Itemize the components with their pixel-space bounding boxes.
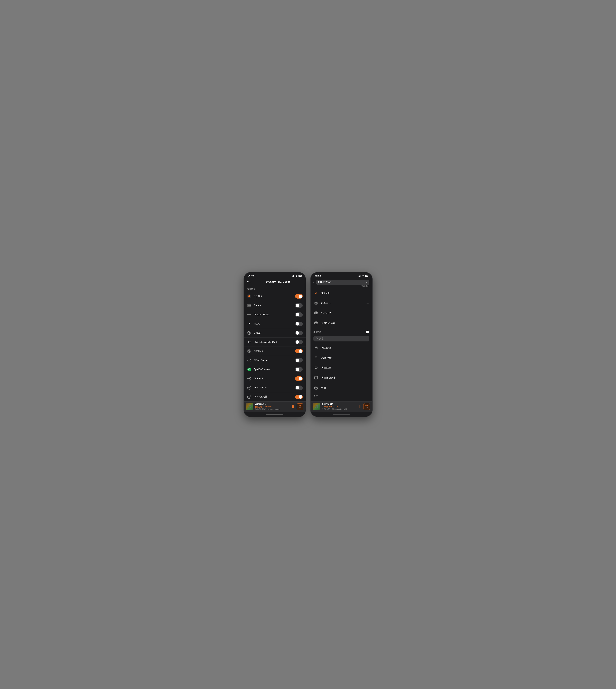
amazon-music-label: Amazon Music [254,313,295,316]
svg-rect-2 [293,275,293,276]
tidal-connect-toggle[interactable] [295,358,303,362]
right-dlna-item[interactable]: DLNA 渲染器 [310,318,372,328]
airplay2-toggle[interactable] [295,376,303,381]
right-pause-button[interactable]: ⏸ [358,404,361,409]
roon-ready-toggle[interactable] [295,385,303,390]
search-bar[interactable]: 搜索 [313,336,369,341]
right-qq-music-icon [313,291,318,296]
qobuz-item[interactable]: Qobuz [244,328,306,337]
album-label: 专辑 [321,386,366,390]
qobuz-toggle[interactable] [295,331,303,335]
phones-container: 06:57 67 ≡ [244,272,373,417]
settings-section-header: 设置 [310,393,372,399]
right-status-bar: 06:52 68 [310,272,372,279]
roon-ready-icon [247,385,252,390]
dlna-item[interactable]: DLNA 渲染器 [244,392,306,401]
album-item[interactable]: 专辑 ··· [310,383,372,393]
search-placeholder: 搜索 [319,337,324,340]
svg-point-23 [247,377,251,380]
qq-music-toggle[interactable] [295,294,303,298]
right-time: 06:52 [314,274,321,277]
qq-music-item[interactable]: QQ 音乐 [244,292,306,301]
right-web-radio-item[interactable]: 网络电台 ··· [310,298,372,308]
usb-storage-icon: USB [313,355,318,360]
right-qq-music-label: QQ 音乐 [321,291,369,295]
menu-list: QQ 音乐 TuneIn TuneIn [244,292,306,401]
track-subtitle: 与世界温暖相拥 Embrace the world [255,408,289,410]
album-art: 🎵 [246,403,254,410]
qq-music-label: QQ 音乐 [254,295,295,298]
dlna-icon [247,394,252,399]
right-dlna-icon [313,320,318,326]
device-selector[interactable]: MU-5BBFAB ▶ [316,280,369,285]
amazon-music-item[interactable]: music Amazon Music [244,310,306,319]
left-battery: 67 [299,275,302,277]
web-radio-item[interactable]: 网络电台 [244,347,306,356]
right-album-art: 🎵 [313,403,320,410]
left-phone: 06:57 67 ≡ [244,272,306,417]
highresaudio-icon [247,339,252,344]
airplay2-item[interactable]: AirPlay 2 [244,374,306,383]
dlna-toggle[interactable] [295,395,303,399]
net-storage-item[interactable]: 网络存储 ··· [310,343,372,353]
tidal-connect-item[interactable]: TIDAL Connect [244,356,306,365]
right-signal-icon [358,275,361,276]
web-radio-label: 网络电台 [254,350,295,353]
tidal-toggle[interactable] [295,321,303,326]
favorites-item[interactable]: 我的收藏 [310,363,372,373]
svg-point-6 [248,297,249,297]
playlist-item[interactable]: 我的播放列表 [310,373,372,383]
airplay2-icon [247,376,252,381]
svg-point-45 [315,324,316,325]
highresaudio-toggle[interactable] [295,340,303,344]
right-airplay2-item[interactable]: AirPlay 2 [310,308,372,318]
qobuz-icon [247,330,252,335]
tidal-item[interactable]: TIDAL [244,319,306,328]
net-storage-dots[interactable]: ··· [366,346,369,350]
back-icon[interactable]: ‹ [250,280,252,285]
right-airplay2-label: AirPlay 2 [321,312,369,315]
right-track-info: 盘尼西林乐队 再谈记忆 Say it again 与世界温暖相拥 Embrace… [322,403,356,410]
spotify-connect-item[interactable]: Spotify Connect [244,365,306,374]
web-radio-toggle[interactable] [295,349,303,353]
local-music-header: 本地音乐 [313,331,322,333]
airplay2-label: AirPlay 2 [254,377,295,380]
svg-rect-0 [292,276,292,276]
svg-line-50 [317,339,318,339]
now-playing-bar[interactable]: 🎵 盘尼西林乐队 再谈记忆 Say it again 与世界温暖相拥 Embra… [244,401,306,412]
chat-icon[interactable]: 💬 [366,330,369,334]
dlna-label: DLNA 渲染器 [254,395,295,398]
svg-point-20 [249,351,250,352]
right-track-artist: 盘尼西林乐队 [322,403,356,405]
device-arrow-icon: ▶ [366,281,367,284]
tunein-toggle[interactable] [295,303,303,308]
home-indicator [244,412,306,417]
favorites-icon [313,365,318,371]
audio-output-item[interactable]: 音频输出设置 [310,399,372,401]
highresaudio-item[interactable]: HIGHRESAUDIO (beta) [244,337,306,347]
hamburger-icon[interactable]: ≡ [247,280,249,284]
svg-point-37 [315,293,316,294]
amazon-music-toggle[interactable] [295,312,303,317]
right-phone: 06:52 68 ‹ [310,272,373,417]
spotify-connect-label: Spotify Connect [254,368,295,371]
right-qq-music-item[interactable]: QQ 音乐 [310,288,372,298]
streaming-menu: QQ 音乐 TuneIn TuneIn [244,292,306,401]
usb-storage-label: USB 存储 [321,356,369,359]
svg-line-29 [248,397,249,397]
svg-line-30 [249,397,250,397]
pause-button[interactable]: ⏸ [291,404,295,409]
album-dots[interactable]: ··· [366,386,369,390]
roon-ready-item[interactable]: Roon Ready [244,383,306,392]
right-now-playing-bar[interactable]: 🎵 盘尼西林乐队 再谈记忆 Say it again 与世界温暖相拥 Embra… [310,401,372,412]
highresaudio-label: HIGHRESAUDIO (beta) [254,341,295,343]
web-radio-more-dots[interactable]: ··· [366,302,369,305]
net-storage-icon [313,345,318,351]
audio-output-partial-label: 音频输出 [361,285,369,288]
tunein-item[interactable]: TuneIn TuneIn [244,301,306,310]
spotify-connect-toggle[interactable] [295,367,303,372]
right-back-icon[interactable]: ‹ [313,280,315,285]
usb-storage-item[interactable]: USB USB 存储 [310,353,372,363]
search-icon [316,337,318,340]
spotify-connect-icon [247,367,252,372]
